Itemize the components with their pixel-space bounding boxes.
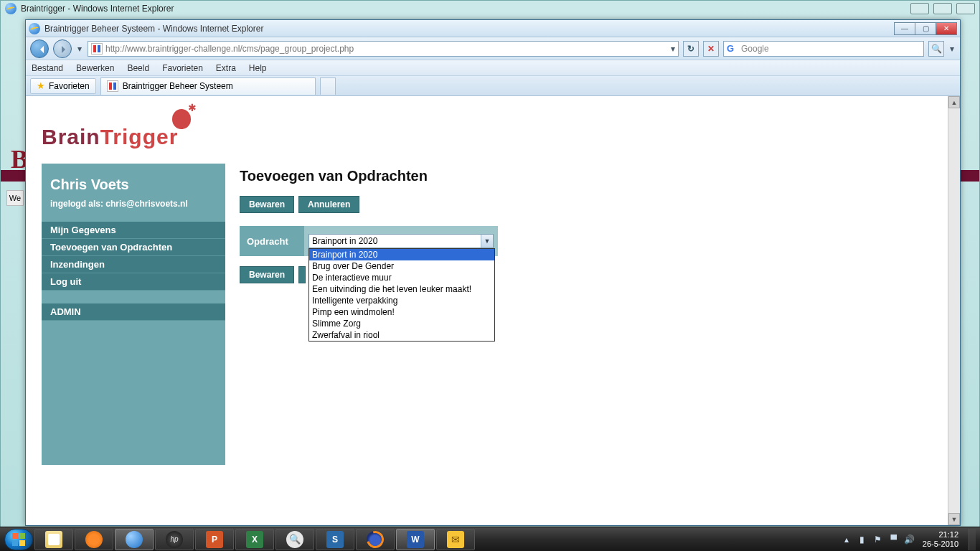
tray-network-icon[interactable]: ▀ <box>888 534 900 545</box>
refresh-button[interactable]: ↻ <box>683 41 699 57</box>
taskbar-clock[interactable]: 21:12 26-5-2010 <box>923 530 958 549</box>
page-heading: Toevoegen van Opdrachten <box>240 168 948 184</box>
cancel-button-top[interactable]: Annuleren <box>298 196 359 213</box>
action-buttons-top: Bewaren Annuleren <box>240 196 948 213</box>
select-arrow-icon: ▼ <box>481 235 493 248</box>
sidebar-item-admin[interactable]: ADMIN <box>42 303 225 321</box>
dropdown-option[interactable]: Intelligente verpakking <box>309 295 494 306</box>
google-icon <box>727 43 738 55</box>
outer-window-title: Braintrigger - Windows Internet Explorer <box>21 4 174 14</box>
outer-window-controls <box>910 3 975 14</box>
ie-icon <box>5 3 17 14</box>
inner-titlebar: Braintrigger Beheer Systeem - Windows In… <box>26 20 960 37</box>
menu-beeld[interactable]: Beeld <box>127 63 149 73</box>
save-button-top[interactable]: Bewaren <box>240 196 294 213</box>
sidebar-item-gegevens[interactable]: Mijn Gegevens <box>42 222 225 239</box>
word-icon <box>407 531 424 548</box>
scroll-down-button[interactable]: ▼ <box>948 513 960 525</box>
star-icon: ★ <box>37 80 45 91</box>
page-body: BrainTrigger Chris Voets ingelogd als: c… <box>26 96 948 525</box>
vertical-scrollbar[interactable]: ▲ ▼ <box>948 96 960 525</box>
browser-tab[interactable]: Braintrigger Beheer Systeem <box>100 77 316 95</box>
dropdown-option[interactable]: Slimme Zorg <box>309 318 494 329</box>
back-button[interactable] <box>30 39 49 58</box>
magnifier-icon <box>286 531 303 548</box>
outer-restore-button[interactable] <box>933 3 952 14</box>
dropdown-option[interactable]: Zwerfafval in riool <box>309 329 494 341</box>
dropdown-option[interactable]: Brug over De Gender <box>309 260 494 272</box>
forward-button[interactable] <box>53 39 72 58</box>
menu-favorieten[interactable]: Favorieten <box>162 63 203 73</box>
hp-icon <box>166 531 183 548</box>
tray-action-center-icon[interactable]: ⚑ <box>872 534 884 545</box>
favorites-button[interactable]: ★ Favorieten <box>30 78 96 94</box>
site-icon <box>91 43 103 55</box>
sidebar-item-loguit[interactable]: Log uit <box>42 273 225 291</box>
tray-show-hidden-icon[interactable]: ▴ <box>841 534 852 545</box>
excel-icon <box>246 531 263 548</box>
firefox-icon <box>367 531 384 548</box>
taskbar-app-excel[interactable] <box>235 529 274 550</box>
clock-date: 26-5-2010 <box>923 540 958 549</box>
logo-text-trigger: Trigger <box>100 125 179 149</box>
page-viewport: BrainTrigger Chris Voets ingelogd als: c… <box>26 96 960 525</box>
menu-bestand[interactable]: Bestand <box>32 63 63 73</box>
system-tray[interactable]: ▴ ▮ ⚑ ▀ 🔊 <box>841 534 915 545</box>
tray-battery-icon[interactable]: ▮ <box>857 534 868 545</box>
address-dropdown-arrow[interactable]: ▾ <box>671 44 675 54</box>
explorer-icon <box>45 531 62 548</box>
taskbar-app-hp[interactable] <box>155 529 194 550</box>
main-content: Toevoegen van Opdrachten Bewaren Annuler… <box>240 164 948 465</box>
show-desktop-button[interactable] <box>969 529 976 550</box>
outer-minimize-button[interactable] <box>910 3 929 14</box>
taskbar-app-media-player[interactable] <box>75 529 113 550</box>
dropdown-option[interactable]: Brainport in 2020 <box>309 249 494 260</box>
tray-volume-icon[interactable]: 🔊 <box>904 534 915 545</box>
sidebar: Chris Voets ingelogd als: chris@chrisvoe… <box>42 164 225 465</box>
sidebar-logged-in: ingelogd als: chris@chrisvoets.nl <box>42 199 225 222</box>
outer-close-button[interactable] <box>956 3 975 14</box>
sidebar-item-inzendingen[interactable]: Inzendingen <box>42 256 225 273</box>
menu-bewerken[interactable]: Bewerken <box>76 63 114 73</box>
menu-help[interactable]: Help <box>249 63 267 73</box>
logo-text-brain: Brain <box>42 125 100 149</box>
search-box[interactable]: Google <box>723 41 924 57</box>
app-logo: BrainTrigger <box>42 109 948 149</box>
address-bar[interactable]: http://www.braintrigger-challenge.nl/cms… <box>88 41 679 57</box>
taskbar-app-magnifier[interactable] <box>275 529 314 550</box>
taskbar-app-s[interactable] <box>316 529 354 550</box>
scroll-up-button[interactable]: ▲ <box>948 96 960 108</box>
search-button[interactable]: 🔍 <box>928 41 944 57</box>
start-button[interactable] <box>4 529 33 550</box>
ie-icon <box>29 23 40 34</box>
stop-button[interactable]: ✕ <box>703 41 719 57</box>
inner-close-button[interactable]: ✕ <box>936 22 957 35</box>
logo-head-icon <box>172 109 191 129</box>
dropdown-option[interactable]: De interactieve muur <box>309 272 494 283</box>
taskbar-app-explorer[interactable] <box>34 529 73 550</box>
taskbar-app-outlook[interactable] <box>436 529 475 550</box>
search-options-dropdown[interactable]: ▾ <box>948 39 956 58</box>
nav-history-dropdown[interactable]: ▾ <box>76 39 83 58</box>
inner-window-controls: — ▢ ✕ <box>895 22 957 35</box>
taskbar-app-word[interactable] <box>396 529 435 550</box>
taskbar-app-powerpoint[interactable] <box>195 529 234 550</box>
inner-maximize-button[interactable]: ▢ <box>915 22 936 35</box>
sidebar-item-toevoegen[interactable]: Toevoegen van Opdrachten <box>42 239 225 256</box>
opdracht-select[interactable]: Brainport in 2020 ▼ <box>308 234 494 248</box>
inner-minimize-button[interactable]: — <box>894 22 915 35</box>
save-button-bottom[interactable]: Bewaren <box>240 266 294 283</box>
dropdown-option[interactable]: Pimp een windmolen! <box>309 306 494 318</box>
cancel-button-bottom-clipped[interactable] <box>298 266 306 283</box>
powerpoint-icon <box>206 531 223 548</box>
taskbar-app-ie[interactable] <box>115 529 154 550</box>
new-tab-button[interactable] <box>320 77 336 95</box>
windows-taskbar: ▴ ▮ ⚑ ▀ 🔊 21:12 26-5-2010 <box>0 527 980 551</box>
menu-extra[interactable]: Extra <box>216 63 236 73</box>
outlook-icon <box>447 531 464 548</box>
clock-time: 21:12 <box>938 530 958 540</box>
s-app-icon <box>326 531 344 548</box>
favorites-label: Favorieten <box>49 81 90 91</box>
dropdown-option[interactable]: Een uitvinding die het leven leuker maak… <box>309 283 494 295</box>
taskbar-app-firefox[interactable] <box>356 529 395 550</box>
